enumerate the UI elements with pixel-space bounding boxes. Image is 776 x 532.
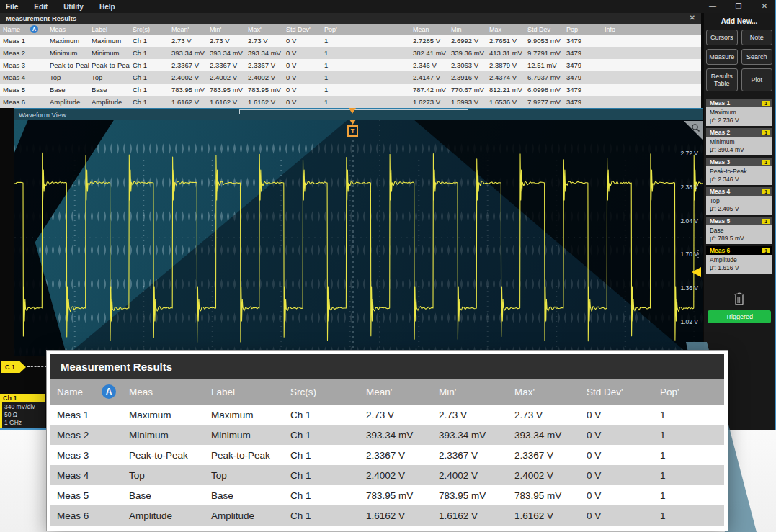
meas-card-3[interactable]: Meas 31Peak-to-Peakµ': 2.346 V bbox=[706, 158, 772, 185]
menu-item-help[interactable]: Help bbox=[99, 3, 115, 11]
results-row-3[interactable]: Meas 3Peak-to-PeakPeak-to-PeakCh 12.3367… bbox=[0, 59, 701, 71]
waveform-title: Waveform View bbox=[19, 111, 66, 119]
overlay-column-meas: Meas bbox=[122, 387, 205, 397]
cell-src: Ch 1 bbox=[130, 49, 169, 57]
cell-std_p: 0 V bbox=[283, 61, 321, 69]
cell-max_p: 393.34 mV bbox=[245, 49, 283, 57]
meas-card-type: Peak-to-Peak bbox=[710, 168, 769, 176]
meas-card-6[interactable]: Meas 61Amplitudeµ': 1.616 V bbox=[706, 246, 772, 274]
meas-card-title: Meas 3 bbox=[710, 158, 730, 166]
meas-card-2[interactable]: Meas 21Minimumµ': 390.4 mV bbox=[706, 128, 772, 155]
cell-std_p: 0 V bbox=[283, 37, 321, 45]
results-panel-header: Measurement Results ✕ bbox=[0, 13, 701, 24]
waveform-trace bbox=[14, 120, 703, 356]
menu-item-edit[interactable]: Edit bbox=[34, 3, 48, 11]
meas-card-4[interactable]: Meas 41Topµ': 2.405 V bbox=[706, 187, 772, 215]
results-row-5[interactable]: Meas 5BaseBaseCh 1783.95 mV783.95 mV783.… bbox=[0, 84, 701, 96]
meas-card-1[interactable]: Meas 11Maximumµ': 2.736 V bbox=[706, 99, 772, 126]
results-row-4[interactable]: Meas 4TopTopCh 12.4002 V2.4002 V2.4002 V… bbox=[0, 71, 701, 84]
cell-mean_p: 2.3367 V bbox=[169, 61, 207, 69]
cell-std: 12.51 mV bbox=[525, 61, 563, 69]
meas-card-5[interactable]: Meas 51Baseµ': 789.5 mV bbox=[706, 217, 772, 244]
sidebar-button-plot[interactable]: Plot bbox=[741, 68, 773, 91]
cell-min_p: 393.34 mV bbox=[207, 49, 245, 57]
trash-button[interactable] bbox=[706, 289, 772, 310]
cell-meas: Top bbox=[47, 73, 89, 81]
overlay-cell-label: Top bbox=[205, 470, 284, 481]
panel-splitter-handle[interactable] bbox=[697, 250, 700, 258]
overlay-cell-name: Meas 6 bbox=[50, 510, 122, 521]
sidebar-button-note[interactable]: Note bbox=[741, 30, 773, 45]
cell-max_p: 1.6162 V bbox=[245, 98, 283, 106]
source-badge: 1 bbox=[762, 219, 770, 224]
titlebar: FileEditUtilityHelp — ❐ ✕ bbox=[0, 0, 775, 13]
column-header-mean[interactable]: Mean' bbox=[169, 26, 207, 33]
cell-pop_p: 1 bbox=[321, 37, 360, 45]
maximize-button[interactable]: ❐ bbox=[733, 0, 744, 13]
column-header-stddev[interactable]: Std Dev' bbox=[283, 26, 321, 33]
column-header-all-mean[interactable]: Mean bbox=[410, 26, 448, 33]
overlay-cell-name: Meas 1 bbox=[50, 410, 122, 420]
meas-card-header: Meas 21 bbox=[706, 128, 772, 137]
overlay-column-srcs: Src(s) bbox=[284, 387, 360, 397]
results-close-icon[interactable]: ✕ bbox=[690, 14, 695, 22]
overlay-row-4: Meas 4TopTopCh 12.4002 V2.4002 V2.4002 V… bbox=[50, 465, 724, 485]
meas-card-value: µ': 390.4 mV bbox=[710, 146, 769, 154]
channel1-badge-title: Ch 1 bbox=[0, 394, 45, 402]
sidebar-button-results-table[interactable]: Results Table bbox=[706, 68, 738, 91]
results-row-6[interactable]: Meas 6AmplitudeAmplitudeCh 11.6162 V1.61… bbox=[0, 96, 701, 108]
meas-card-type: Maximum bbox=[710, 109, 769, 117]
sidebar-button-measure[interactable]: Measure bbox=[706, 49, 738, 65]
overlay-row-5: Meas 5BaseBaseCh 1783.95 mV783.95 mV783.… bbox=[50, 485, 724, 505]
channel1-badge[interactable]: Ch 1 340 mV/div 50 Ω 1 GHz bbox=[0, 394, 45, 428]
column-header-min[interactable]: Min' bbox=[207, 26, 245, 33]
meas-card-value: µ': 1.616 V bbox=[710, 264, 769, 272]
sidebar-button-cursors[interactable]: Cursors bbox=[706, 30, 738, 45]
meas-card-body: Baseµ': 789.5 mV bbox=[706, 225, 772, 244]
cell-min_p: 2.4002 V bbox=[207, 73, 245, 81]
column-header-all-max[interactable]: Max bbox=[486, 26, 525, 33]
overlay-cell-src: Ch 1 bbox=[284, 450, 360, 461]
close-button[interactable]: ✕ bbox=[759, 0, 770, 13]
overlay-column-pop: Pop' bbox=[654, 387, 724, 397]
menu-item-file[interactable]: File bbox=[6, 3, 18, 11]
overlay-cell-min_p: 2.73 V bbox=[432, 410, 508, 420]
cell-std_p: 0 V bbox=[283, 73, 321, 81]
cell-pop: 3479 bbox=[563, 37, 602, 45]
column-header-name[interactable]: NameA bbox=[0, 25, 47, 33]
cell-std: 7.9277 mV bbox=[525, 98, 563, 106]
column-header-all-info[interactable]: Info bbox=[602, 26, 701, 33]
column-header-max[interactable]: Max' bbox=[245, 26, 283, 33]
overlay-cell-pop_p: 1 bbox=[654, 490, 724, 501]
cell-meas: Minimum bbox=[47, 49, 89, 57]
overlay-cell-mean_p: 2.3367 V bbox=[360, 450, 432, 461]
column-header-srcs[interactable]: Src(s) bbox=[130, 26, 169, 33]
column-header-all-stddev[interactable]: Std Dev bbox=[525, 26, 563, 33]
cell-label: Base bbox=[89, 86, 130, 94]
meas-card-type: Base bbox=[710, 227, 769, 235]
cell-min_p: 2.73 V bbox=[207, 37, 245, 45]
column-header-all-min[interactable]: Min bbox=[448, 26, 486, 33]
minimize-button[interactable]: — bbox=[707, 0, 718, 13]
sort-badge-icon[interactable]: A bbox=[30, 25, 38, 33]
cell-min: 339.36 mV bbox=[448, 49, 486, 57]
column-header-all-pop[interactable]: Pop bbox=[563, 26, 602, 33]
meas-card-value: µ': 2.736 V bbox=[710, 117, 769, 125]
cell-max: 812.21 mV bbox=[486, 86, 525, 94]
results-row-1[interactable]: Meas 1MaximumMaximumCh 12.73 V2.73 V2.73… bbox=[0, 35, 701, 47]
channel1-level-tag[interactable]: C 1 bbox=[1, 361, 26, 373]
meas-card-body: Peak-to-Peakµ': 2.346 V bbox=[706, 166, 772, 185]
meas-card-type: Amplitude bbox=[710, 256, 769, 264]
menu-item-utility[interactable]: Utility bbox=[63, 3, 84, 11]
trigger-marker[interactable]: T bbox=[347, 125, 358, 137]
sidebar-button-search[interactable]: Search bbox=[741, 49, 773, 65]
column-header-label[interactable]: Label bbox=[89, 26, 130, 33]
window-controls: — ❐ ✕ bbox=[707, 0, 770, 13]
results-row-2[interactable]: Meas 2MinimumMinimumCh 1393.34 mV393.34 … bbox=[0, 47, 701, 59]
cell-std: 9.9053 mV bbox=[525, 37, 563, 45]
column-header-pop[interactable]: Pop' bbox=[321, 26, 360, 33]
overlay-row-6: Meas 6AmplitudeAmplitudeCh 11.6162 V1.61… bbox=[50, 505, 724, 526]
page: FileEditUtilityHelp — ❐ ✕ Measurement Re… bbox=[0, 0, 776, 532]
column-header-meas[interactable]: Meas bbox=[47, 26, 89, 33]
waveform-graticule[interactable] bbox=[14, 120, 703, 356]
